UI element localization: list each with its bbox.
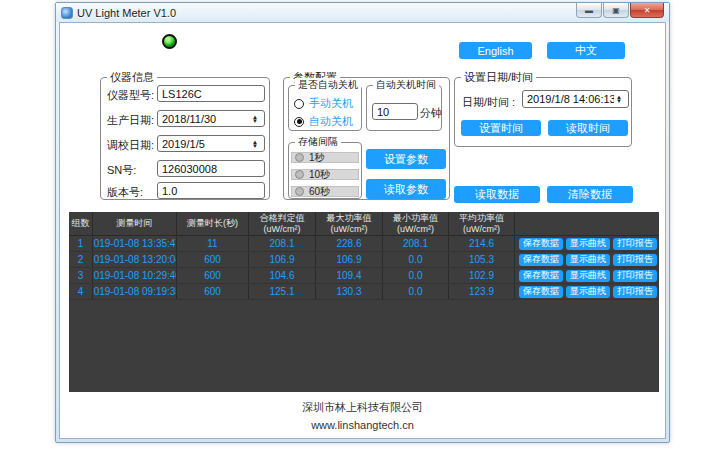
show-curve-button[interactable]: 显示曲线	[566, 238, 610, 250]
read-data-button[interactable]: 读取数据	[454, 186, 540, 203]
shutdown-time-group: 自动关机时间 10 分钟	[366, 85, 442, 131]
show-curve-button[interactable]: 显示曲线	[566, 254, 610, 266]
header-max-power: 最大功率值(uW/cm²)	[316, 212, 383, 235]
app-icon	[61, 7, 73, 19]
shutdown-time-value: 10	[377, 106, 413, 118]
cell-time: 2019-01-08 09:19:35	[93, 284, 177, 299]
titlebar[interactable]: UV Light Meter V1.0 ▬ ▣ ✕	[56, 3, 669, 22]
auto-shutdown-label: 自动关机	[309, 114, 353, 129]
spinner-icon[interactable]: ▲▼	[250, 115, 260, 123]
spinner-icon[interactable]: ▲▼	[614, 95, 624, 103]
row-actions: 保存数据 显示曲线 打印报告	[515, 268, 659, 283]
cell-time: 2019-01-08 13:35:47	[93, 236, 177, 251]
header-pass-value: 合格判定值(uW/cm²)	[249, 212, 316, 235]
header-actions	[515, 212, 659, 235]
production-date-label: 生产日期:	[107, 113, 154, 128]
datetime-group: 设置日期/时间 日期/时间 : 2019/1/8 14:06:13 ▲▼ 设置时…	[454, 77, 632, 147]
cell-group: 2	[69, 252, 93, 267]
save-data-button[interactable]: 保存数据	[519, 286, 563, 298]
read-params-button[interactable]: 读取参数	[366, 179, 446, 199]
print-report-button[interactable]: 打印报告	[613, 286, 657, 298]
storage-1s-label: 1秒	[309, 151, 325, 165]
sn-value: 126030008	[162, 163, 260, 175]
cell-pass-value: 104.6	[249, 268, 316, 283]
table-row[interactable]: 3 2019-01-08 10:29:40 600 104.6 109.4 0.…	[69, 268, 659, 284]
cell-pass-value: 106.9	[249, 252, 316, 267]
close-button[interactable]: ✕	[630, 3, 664, 18]
radio-disabled-icon	[295, 170, 304, 179]
cell-max-power: 106.9	[316, 252, 383, 267]
cell-time: 2019-01-08 10:29:40	[93, 268, 177, 283]
app-window: UV Light Meter V1.0 ▬ ▣ ✕ English 中文 仪器信…	[55, 2, 670, 443]
save-data-button[interactable]: 保存数据	[519, 238, 563, 250]
calibration-date-value: 2019/1/5	[162, 138, 250, 150]
header-group: 组数	[69, 212, 93, 235]
row-actions: 保存数据 显示曲线 打印报告	[515, 284, 659, 299]
cell-duration: 600	[177, 252, 249, 267]
storage-60s-label: 60秒	[309, 185, 330, 199]
show-curve-button[interactable]: 显示曲线	[566, 270, 610, 282]
maximize-button[interactable]: ▣	[603, 3, 629, 18]
shutdown-time-input[interactable]: 10	[372, 103, 418, 120]
storage-option-10s[interactable]: 10秒	[291, 169, 359, 180]
shutdown-time-title: 自动关机时间	[373, 78, 439, 92]
row-actions: 保存数据 显示曲线 打印报告	[515, 252, 659, 267]
model-label: 仪器型号:	[107, 88, 154, 103]
auto-shutdown-title: 是否自动关机	[295, 78, 361, 92]
english-button[interactable]: English	[459, 42, 532, 59]
production-date-value: 2018/11/30	[162, 113, 250, 125]
storage-option-60s[interactable]: 60秒	[291, 186, 359, 197]
datetime-input[interactable]: 2019/1/8 14:06:13 ▲▼	[522, 90, 629, 108]
status-led-icon	[162, 34, 177, 49]
sn-label: SN号:	[107, 163, 136, 178]
datetime-label: 日期/时间 :	[462, 95, 515, 110]
table-row[interactable]: 4 2019-01-08 09:19:35 600 125.1 130.3 0.…	[69, 284, 659, 300]
chinese-button[interactable]: 中文	[547, 42, 625, 59]
cell-avg-power: 214.6	[449, 236, 515, 251]
table-row[interactable]: 2 2019-01-08 13:20:04 600 106.9 106.9 0.…	[69, 252, 659, 268]
cell-duration: 600	[177, 284, 249, 299]
cell-min-power: 208.1	[383, 236, 449, 251]
sn-input[interactable]: 126030008	[157, 160, 265, 177]
version-value: 1.0	[162, 185, 260, 197]
header-time: 测量时间	[93, 212, 177, 235]
print-report-button[interactable]: 打印报告	[613, 270, 657, 282]
read-time-button[interactable]: 读取时间	[548, 120, 628, 136]
print-report-button[interactable]: 打印报告	[613, 238, 657, 250]
minimize-button[interactable]: ▬	[576, 3, 602, 18]
set-params-button[interactable]: 设置参数	[366, 149, 446, 169]
storage-interval-title: 存储间隔	[295, 135, 341, 149]
save-data-button[interactable]: 保存数据	[519, 270, 563, 282]
save-data-button[interactable]: 保存数据	[519, 254, 563, 266]
header-duration: 测量时长(秒)	[177, 212, 249, 235]
version-input[interactable]: 1.0	[157, 182, 265, 199]
cell-avg-power: 102.9	[449, 268, 515, 283]
print-report-button[interactable]: 打印报告	[613, 254, 657, 266]
spinner-icon[interactable]: ▲▼	[250, 140, 260, 148]
cell-max-power: 109.4	[316, 268, 383, 283]
header-avg-power: 平均功率值(uW/cm²)	[449, 212, 515, 235]
show-curve-button[interactable]: 显示曲线	[566, 286, 610, 298]
model-input[interactable]: LS126C	[157, 85, 265, 102]
set-time-button[interactable]: 设置时间	[461, 120, 541, 136]
table-row[interactable]: 1 2019-01-08 13:35:47 11 208.1 228.6 208…	[69, 236, 659, 252]
storage-option-1s[interactable]: 1秒	[291, 152, 359, 163]
window-title: UV Light Meter V1.0	[77, 7, 176, 19]
model-value: LS126C	[162, 88, 260, 100]
table-header: 组数 测量时间 测量时长(秒) 合格判定值(uW/cm²) 最大功率值(uW/c…	[69, 212, 659, 236]
auto-shutdown-group: 是否自动关机 手动关机 自动关机	[288, 85, 362, 131]
manual-shutdown-radio[interactable]: 手动关机	[294, 96, 353, 111]
calibration-date-label: 调校日期:	[107, 138, 154, 153]
clear-data-button[interactable]: 清除数据	[547, 186, 633, 203]
cell-min-power: 0.0	[383, 252, 449, 267]
production-date-input[interactable]: 2018/11/30 ▲▼	[157, 110, 265, 127]
cell-time: 2019-01-08 13:20:04	[93, 252, 177, 267]
cell-duration: 11	[177, 236, 249, 251]
header-min-power: 最小功率值(uW/cm²)	[383, 212, 449, 235]
minutes-label: 分钟	[420, 106, 442, 121]
website-link[interactable]: www.linshangtech.cn	[60, 419, 665, 431]
auto-shutdown-radio[interactable]: 自动关机	[294, 114, 353, 129]
cell-avg-power: 105.3	[449, 252, 515, 267]
radio-icon	[294, 99, 304, 109]
calibration-date-input[interactable]: 2019/1/5 ▲▼	[157, 135, 265, 152]
